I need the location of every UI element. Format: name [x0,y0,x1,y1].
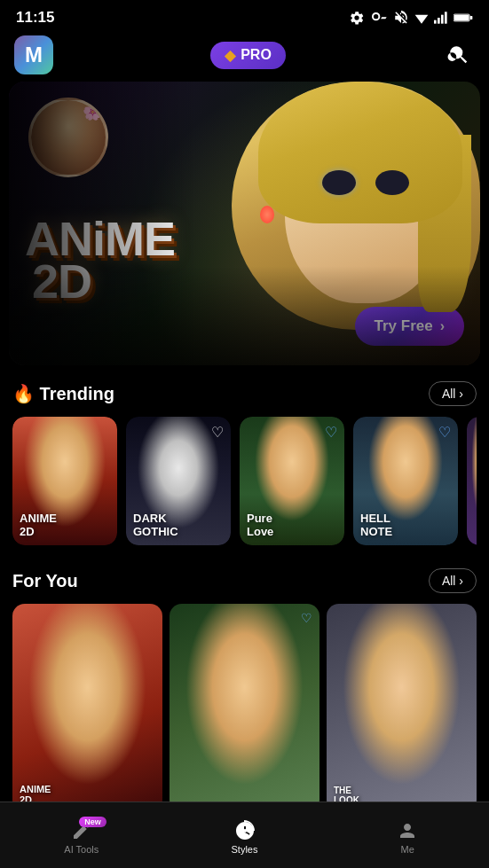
card-label-hellnote: HELLNOTE [360,512,392,538]
status-bar: 11:15 [0,0,489,32]
nav-item-ai-tools[interactable]: New AI Tools [0,817,163,855]
app-logo[interactable]: M [14,35,53,74]
anime-hair-top [258,82,462,223]
nav-label-styles: Styles [232,844,258,855]
for-you-section: For You All › ANIME2D ♡ THELOOK [0,552,489,819]
anime-eye-right [375,170,409,195]
svg-rect-6 [470,16,473,20]
for-you-all-button[interactable]: All › [429,568,477,593]
svg-rect-0 [434,20,437,24]
me-icon [397,820,418,841]
fy-card-bg-1 [12,604,162,812]
heart-icon-purelove: ♡ [325,424,337,441]
card-label-purelove: PureLove [247,512,273,538]
hero-illustration [9,82,480,365]
trending-card-gothic[interactable]: ♡ DARKGOTHIC [126,417,231,545]
fy-badge-icon-2: ♡ [301,611,312,625]
gear-icon [349,10,365,26]
for-you-grid: ANIME2D ♡ THELOOK [12,604,477,812]
nav-item-styles[interactable]: Styles [163,817,327,855]
fy-card-bg-3 [327,604,477,812]
signal-icon [434,12,448,24]
trending-header: 🔥 Trending All › [12,381,477,406]
heart-icon-gothic: ♡ [211,424,224,441]
styles-icon [234,820,256,841]
card-label-gothic: DARKGOTHIC [133,512,178,538]
status-icons [349,10,473,26]
search-button[interactable] [443,39,475,71]
heart-icon-hellnote: ♡ [438,424,451,441]
trending-scroll: ANIME2D ♡ DARKGOTHIC ♡ PureLove ♡ HELLNO… [12,417,477,545]
pro-badge-button[interactable]: ◆ PRO [210,42,286,69]
bottom-nav: New AI Tools Styles Me [0,802,489,868]
main-content: 11:15 [0,0,489,868]
for-you-card-2[interactable]: ♡ [170,604,319,812]
svg-rect-1 [438,18,440,24]
anime-eye-left [322,170,356,195]
wifi-icon [414,12,429,24]
for-you-card-1[interactable]: ANIME2D [12,604,162,812]
status-time: 11:15 [16,9,54,27]
svg-rect-2 [441,15,444,24]
trending-card-purelove[interactable]: ♡ PureLove [240,417,344,545]
trending-title: 🔥 Trending [12,383,114,404]
anime-earring [260,206,274,223]
svg-point-7 [243,829,247,833]
nav-label-me: Me [401,844,414,855]
nav-item-me[interactable]: Me [326,817,489,855]
hero-banner[interactable]: ANiME 2D Try Free › [9,82,480,365]
trending-card-anime2d[interactable]: ANIME2D [12,417,117,545]
vignette-bottom [9,266,480,365]
trending-section: 🔥 Trending All › ANIME2D ♡ DARKGOTHIC ♡ … [0,365,489,552]
trending-card-partial[interactable] [467,417,477,545]
search-icon [447,43,470,66]
svg-rect-5 [454,15,469,20]
nav-label-ai-tools: AI Tools [64,844,99,855]
svg-rect-3 [445,12,447,23]
card-bg-partial [467,417,477,545]
pro-label: PRO [241,47,272,63]
for-you-card-3[interactable]: THELOOK [327,604,477,812]
logo-letter: M [25,43,43,67]
top-bar: M ◆ PRO [0,32,489,82]
for-you-title: For You [12,571,78,591]
battery-icon [454,12,473,23]
for-you-header: For You All › [12,568,477,593]
card-label-anime2d: ANIME2D [20,512,57,538]
fy-card-bg-2 [170,604,319,812]
trending-all-button[interactable]: All › [429,381,477,406]
new-badge-ai-tools: New [79,817,106,827]
mute-icon [393,10,409,26]
diamond-icon: ◆ [225,47,235,64]
trending-card-hellnote[interactable]: ♡ HELLNOTE [353,417,458,545]
key-icon [370,12,388,24]
